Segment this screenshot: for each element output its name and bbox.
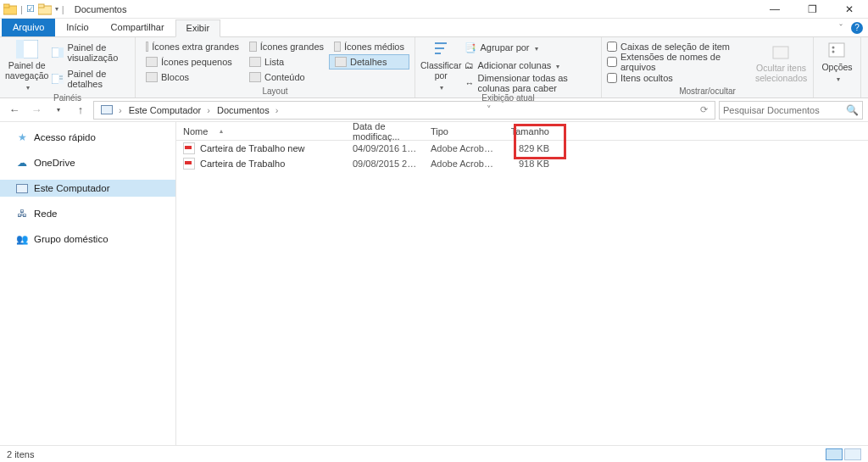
group-options-label xyxy=(814,86,860,97)
file-name-cell[interactable]: Carteira de Trabalho new xyxy=(176,142,346,154)
window-title: Documentos xyxy=(75,4,127,14)
qat-sep: | xyxy=(62,4,64,14)
group-options: Opções xyxy=(814,37,861,97)
file-date-cell: 04/09/2016 19:02 xyxy=(346,143,424,153)
add-columns-button[interactable]: 🗂Adicionar colunas xyxy=(465,58,596,73)
star-icon: ★ xyxy=(15,131,29,143)
chevron-down-icon xyxy=(554,60,559,70)
status-bar: 2 itens xyxy=(0,445,868,462)
main-area: ★Acesso rápido ☁OneDrive Este Computador… xyxy=(0,122,868,445)
quick-access-toolbar: | ☑ ▾ | xyxy=(0,3,68,15)
breadcrumb-root[interactable] xyxy=(97,105,125,115)
rows: Carteira de Trabalho new 04/09/2016 19:0… xyxy=(176,141,868,445)
add-columns-icon: 🗂 xyxy=(465,60,474,70)
chevron-down-icon xyxy=(533,42,538,53)
refresh-icon[interactable]: ⟳ xyxy=(697,104,711,115)
layout-tiles[interactable]: Blocos xyxy=(141,70,244,85)
size-columns-button[interactable]: ↔Dimensionar todas as colunas para caber xyxy=(465,75,596,91)
preview-pane-button[interactable]: Painel de visualização xyxy=(52,45,130,60)
ribbon: Painel de navegação Painel de visualizaç… xyxy=(0,37,868,98)
layout-details[interactable]: Detalhes xyxy=(329,54,409,70)
hide-selected-button[interactable]: Ocultar itens selecionados xyxy=(754,39,808,86)
col-type[interactable]: Tipo xyxy=(424,126,502,136)
qat-dropdown-icon[interactable]: ▾ xyxy=(55,5,58,13)
preview-pane-label: Painel de visualização xyxy=(67,42,130,63)
file-ext-toggle[interactable]: Extensões de nomes de arquivos xyxy=(607,54,751,70)
forward-button[interactable]: → xyxy=(27,101,46,120)
group-show-hide: Caixas de seleção de item Extensões de n… xyxy=(602,37,814,97)
group-by-icon: 📑 xyxy=(465,42,476,53)
tab-share[interactable]: Compartilhar xyxy=(100,19,175,36)
search-input[interactable] xyxy=(723,105,846,115)
search-box[interactable]: 🔍 xyxy=(719,101,863,120)
window-controls: — ❐ ✕ xyxy=(756,0,868,19)
up-button[interactable]: ↑ xyxy=(71,101,90,120)
layout-list[interactable]: Lista xyxy=(244,54,329,70)
file-type-cell: Adobe Acrobat D... xyxy=(424,159,502,169)
chevron-down-icon xyxy=(25,82,30,92)
qat-item[interactable]: ☑ xyxy=(26,3,35,14)
view-mode-toggles xyxy=(826,448,861,460)
layout-small[interactable]: Ícones pequenos xyxy=(141,54,244,70)
group-by-button[interactable]: 📑Agrupar por xyxy=(465,40,596,55)
close-button[interactable]: ✕ xyxy=(831,0,868,19)
file-size-cell: 829 KB xyxy=(502,143,556,153)
svg-rect-1 xyxy=(3,4,9,8)
tree-this-pc[interactable]: Este Computador xyxy=(0,180,175,197)
breadcrumb-seg[interactable]: Este Computador xyxy=(125,105,214,115)
tree-network[interactable]: 🖧Rede xyxy=(0,205,175,222)
svg-rect-15 xyxy=(773,47,788,58)
tab-home[interactable]: Início xyxy=(55,19,99,36)
file-list: Nome▴ Data de modificaç... Tipo Tamanho … xyxy=(176,122,868,445)
breadcrumb[interactable]: Este Computador Documentos ˅ ⟳ xyxy=(93,101,715,120)
maximize-button[interactable]: ❐ xyxy=(793,0,831,19)
tab-file[interactable]: Arquivo xyxy=(2,19,55,36)
view-thumbnails-toggle[interactable] xyxy=(844,448,861,460)
qat-sep: | xyxy=(20,4,23,14)
nav-pane-label: Painel de navegação xyxy=(5,61,48,81)
file-type-cell: Adobe Acrobat D... xyxy=(424,143,502,153)
col-name[interactable]: Nome▴ xyxy=(176,126,346,136)
homegroup-icon: 👥 xyxy=(15,233,29,245)
layout-extra-large[interactable]: Ícones extra grandes xyxy=(141,39,244,54)
breadcrumb-seg[interactable]: Documentos xyxy=(214,105,281,115)
pdf-icon xyxy=(183,158,195,170)
group-layout: Ícones extra grandes Ícones grandes Ícon… xyxy=(136,37,415,97)
recent-dropdown[interactable]: ▾ xyxy=(49,101,68,120)
layout-content[interactable]: Conteúdo xyxy=(244,70,329,85)
file-date-cell: 09/08/2015 22:51 xyxy=(346,159,424,169)
layout-medium[interactable]: Ícones médios xyxy=(329,39,409,54)
hide-icon xyxy=(770,42,793,62)
nav-tree: ★Acesso rápido ☁OneDrive Este Computador… xyxy=(0,122,176,445)
table-row[interactable]: Carteira de Trabalho 09/08/2015 22:51 Ad… xyxy=(176,156,868,171)
help-icon[interactable]: ? xyxy=(851,22,863,34)
tree-quick-access[interactable]: ★Acesso rápido xyxy=(0,129,175,146)
hide-selected-label: Ocultar itens selecionados xyxy=(755,64,807,83)
details-pane-button[interactable]: Painel de detalhes xyxy=(52,71,130,86)
nav-pane-button[interactable]: Painel de navegação xyxy=(5,39,48,92)
tab-view[interactable]: Exibir xyxy=(175,19,221,37)
tree-homegroup[interactable]: 👥Grupo doméstico xyxy=(0,231,175,248)
minimize-button[interactable]: — xyxy=(756,0,793,19)
file-size-cell: 918 KB xyxy=(502,159,556,169)
address-dropdown-icon[interactable]: ˅ xyxy=(483,104,495,115)
chevron-down-icon xyxy=(835,74,840,84)
tree-onedrive[interactable]: ☁OneDrive xyxy=(0,154,175,171)
svg-point-18 xyxy=(832,50,834,53)
network-icon: 🖧 xyxy=(15,208,29,220)
sort-by-button[interactable]: Classificar por xyxy=(420,39,461,92)
options-button[interactable]: Opções xyxy=(819,39,855,86)
back-button[interactable]: ← xyxy=(5,101,24,120)
search-icon[interactable]: 🔍 xyxy=(846,104,859,116)
layout-large[interactable]: Ícones grandes xyxy=(244,39,329,54)
file-name-cell[interactable]: Carteira de Trabalho xyxy=(176,158,346,170)
col-size[interactable]: Tamanho xyxy=(502,126,556,136)
ribbon-collapse-icon[interactable]: ˇ xyxy=(839,23,843,33)
col-date[interactable]: Data de modificaç... xyxy=(346,121,424,142)
svg-rect-16 xyxy=(829,43,844,57)
table-row[interactable]: Carteira de Trabalho new 04/09/2016 19:0… xyxy=(176,141,868,156)
view-details-toggle[interactable] xyxy=(826,448,843,460)
hidden-items-toggle[interactable]: Itens ocultos xyxy=(607,70,751,86)
qat-item[interactable] xyxy=(38,3,52,15)
size-columns-icon: ↔ xyxy=(465,78,474,88)
